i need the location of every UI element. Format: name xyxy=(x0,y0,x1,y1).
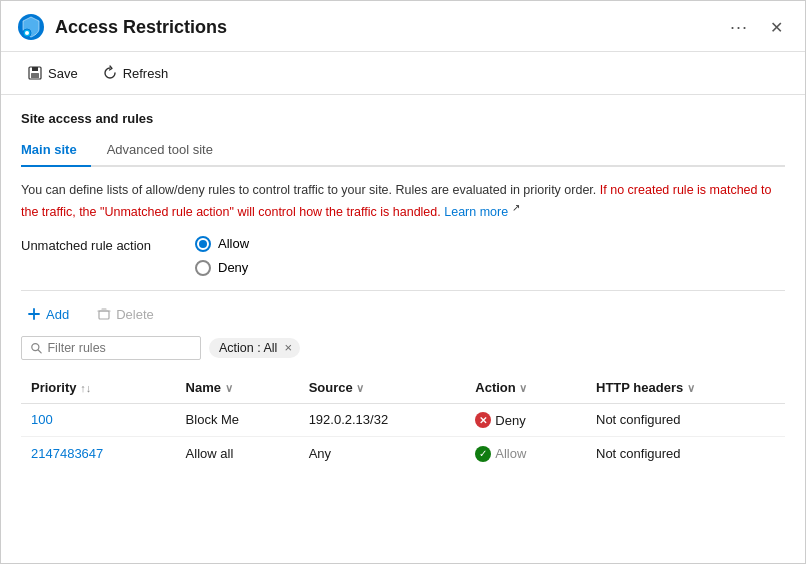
unmatched-rule-section: Unmatched rule action Allow Deny xyxy=(21,236,785,276)
refresh-label: Refresh xyxy=(123,66,169,81)
http-headers-sort-icon[interactable]: ∨ xyxy=(687,382,695,395)
table-header-row: Priority ↑↓ Name ∨ Source ∨ Action ∨ xyxy=(21,374,785,404)
tabs: Main site Advanced tool site xyxy=(21,136,785,167)
radio-allow[interactable]: Allow xyxy=(195,236,249,252)
add-icon xyxy=(27,307,41,321)
unmatched-rule-label: Unmatched rule action xyxy=(21,236,171,253)
cell-http-headers: Not configured xyxy=(586,403,785,437)
divider xyxy=(21,290,785,291)
priority-sort-icon[interactable]: ↑↓ xyxy=(80,382,91,394)
close-button[interactable]: ✕ xyxy=(764,16,789,39)
refresh-button[interactable]: Refresh xyxy=(92,60,179,86)
name-sort-icon[interactable]: ∨ xyxy=(225,382,233,395)
learn-more-link[interactable]: Learn more xyxy=(444,205,508,219)
action-sort-icon[interactable]: ∨ xyxy=(519,382,527,395)
main-content: Site access and rules Main site Advanced… xyxy=(1,95,805,563)
cell-name: Block Me xyxy=(176,403,299,437)
cell-priority[interactable]: 100 xyxy=(21,403,176,437)
col-priority: Priority ↑↓ xyxy=(21,374,176,404)
radio-group: Allow Deny xyxy=(195,236,249,276)
refresh-icon xyxy=(102,65,118,81)
cell-priority[interactable]: 2147483647 xyxy=(21,437,176,470)
radio-deny-label: Deny xyxy=(218,260,248,275)
filter-row: Action : All × xyxy=(21,336,785,360)
info-text: You can define lists of allow/deny rules… xyxy=(21,181,785,222)
source-sort-icon[interactable]: ∨ xyxy=(356,382,364,395)
radio-allow-circle xyxy=(195,236,211,252)
radio-deny[interactable]: Deny xyxy=(195,260,249,276)
search-icon xyxy=(30,341,42,355)
actions-row: Add Delete xyxy=(21,303,785,326)
save-button[interactable]: Save xyxy=(17,60,88,86)
delete-label: Delete xyxy=(116,307,154,322)
col-action: Action ∨ xyxy=(465,374,586,404)
filter-rules-input[interactable] xyxy=(47,341,192,355)
info-text-part1: You can define lists of allow/deny rules… xyxy=(21,183,596,197)
radio-deny-circle xyxy=(195,260,211,276)
tab-advanced-tool-site[interactable]: Advanced tool site xyxy=(107,136,227,167)
access-restrictions-window: Access Restrictions ··· ✕ Save Refresh S… xyxy=(0,0,806,564)
cell-action: ✕Deny xyxy=(465,403,586,437)
delete-button[interactable]: Delete xyxy=(91,303,160,326)
action-label: Allow xyxy=(495,446,526,461)
cell-http-headers: Not configured xyxy=(586,437,785,470)
col-source: Source ∨ xyxy=(299,374,466,404)
window-title: Access Restrictions xyxy=(55,17,730,38)
table-row[interactable]: 2147483647Allow allAny✓AllowNot configur… xyxy=(21,437,785,470)
action-badge: ✕Deny xyxy=(475,412,525,428)
action-filter-tag: Action : All × xyxy=(209,338,300,358)
svg-line-12 xyxy=(38,350,41,353)
svg-point-2 xyxy=(25,31,29,35)
save-icon xyxy=(27,65,43,81)
toolbar: Save Refresh xyxy=(1,52,805,95)
svg-rect-5 xyxy=(31,73,39,78)
add-label: Add xyxy=(46,307,69,322)
title-bar: Access Restrictions ··· ✕ xyxy=(1,1,805,52)
radio-allow-label: Allow xyxy=(218,236,249,251)
svg-rect-8 xyxy=(99,311,109,319)
svg-rect-4 xyxy=(32,67,38,71)
col-name: Name ∨ xyxy=(176,374,299,404)
rules-table: Priority ↑↓ Name ∨ Source ∨ Action ∨ xyxy=(21,374,785,470)
action-tag-close-button[interactable]: × xyxy=(284,341,292,354)
save-label: Save xyxy=(48,66,78,81)
cell-source: 192.0.2.13/32 xyxy=(299,403,466,437)
delete-icon xyxy=(97,307,111,321)
action-label: Deny xyxy=(495,413,525,428)
app-service-icon xyxy=(17,13,45,41)
section-title: Site access and rules xyxy=(21,111,785,126)
filter-input-wrap xyxy=(21,336,201,360)
action-tag-label: Action : All xyxy=(219,341,277,355)
action-badge: ✓Allow xyxy=(475,446,526,462)
table-row[interactable]: 100Block Me192.0.2.13/32✕DenyNot configu… xyxy=(21,403,785,437)
cell-action: ✓Allow xyxy=(465,437,586,470)
more-options-button[interactable]: ··· xyxy=(730,17,748,38)
add-button[interactable]: Add xyxy=(21,303,75,326)
col-http-headers: HTTP headers ∨ xyxy=(586,374,785,404)
deny-icon: ✕ xyxy=(475,412,491,428)
cell-source: Any xyxy=(299,437,466,470)
external-link-icon: ↗ xyxy=(512,202,520,213)
cell-name: Allow all xyxy=(176,437,299,470)
allow-icon: ✓ xyxy=(475,446,491,462)
tab-main-site[interactable]: Main site xyxy=(21,136,91,167)
